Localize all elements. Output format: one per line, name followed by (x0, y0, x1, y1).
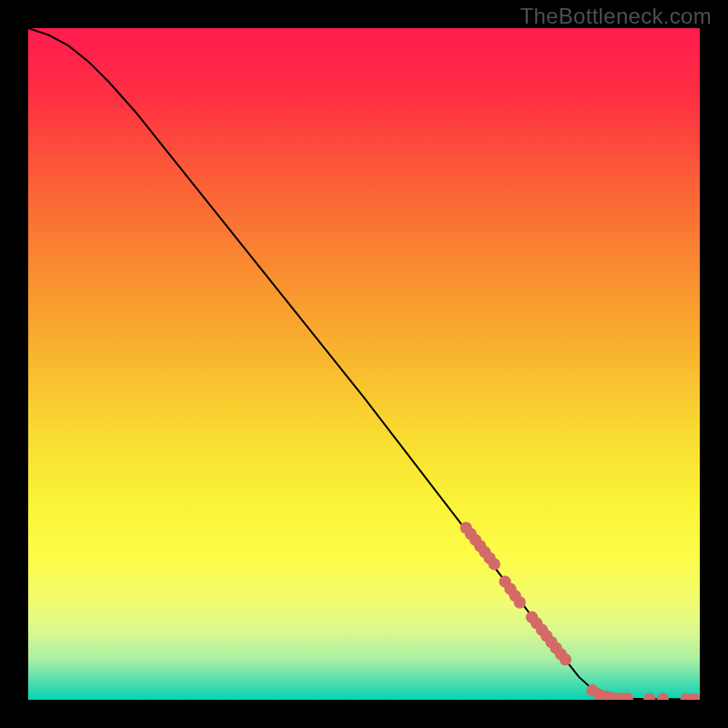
marker (688, 693, 700, 705)
gradient-background (28, 28, 700, 700)
chart-svg (0, 0, 728, 728)
marker (514, 596, 526, 608)
marker (560, 653, 571, 665)
marker (643, 693, 655, 705)
marker (622, 693, 633, 704)
marker (657, 693, 669, 705)
chart-stage: TheBottleneck.com (0, 0, 728, 728)
marker (489, 558, 500, 570)
